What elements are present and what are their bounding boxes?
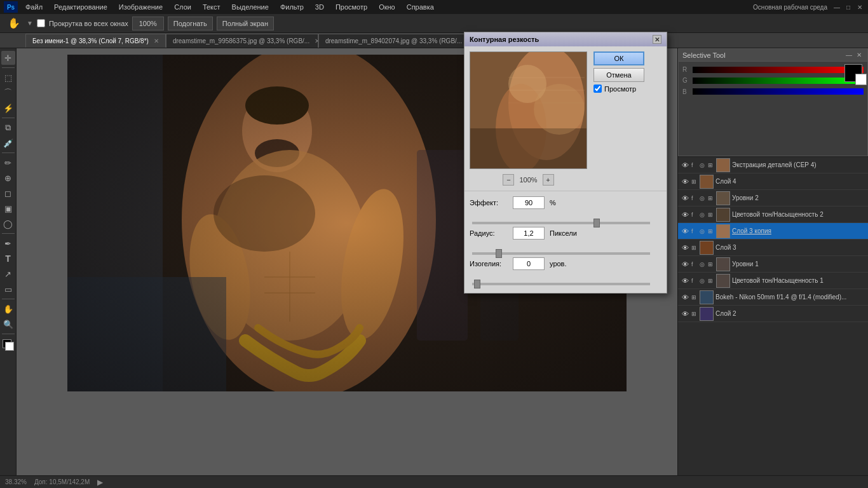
threshold-input[interactable] (513, 257, 545, 270)
marquee-tool[interactable]: ⬚ (1, 71, 15, 85)
tab-3[interactable]: dreamstime_m_89402074.jpg @ 33,3% (RGB/.… (318, 34, 471, 48)
effect-slider-container (470, 215, 661, 227)
scroll-all-checkbox[interactable] (37, 19, 45, 27)
layer-eye-icon[interactable]: 👁 (681, 161, 689, 170)
selective-tool-minimize[interactable]: — (844, 51, 853, 60)
move-tool[interactable]: ✛ (1, 51, 15, 65)
preview-zoom-out-button[interactable]: − (503, 174, 514, 186)
eraser-tool[interactable]: ◻ (1, 186, 15, 200)
layer-row[interactable]: 👁⊞Слой 2 (678, 306, 868, 322)
unsharp-close-button[interactable]: ✕ (653, 35, 661, 44)
menu-view[interactable]: Просмотр (333, 2, 370, 12)
text-tool[interactable]: T (1, 252, 15, 266)
status-arrow[interactable]: ▶ (97, 478, 103, 487)
background-swatch[interactable] (855, 74, 867, 85)
layer-eye-icon[interactable]: 👁 (681, 243, 689, 252)
unsharp-title-bar[interactable]: Контурная резкость ✕ (465, 32, 667, 46)
layer-row[interactable]: 👁f◎⊞Экстракция деталей (СЕР 4) (678, 157, 868, 173)
menu-layers[interactable]: Слои (172, 2, 194, 12)
hand-tool[interactable]: ✋ (1, 302, 15, 316)
quick-select-tool[interactable]: ⚡ (1, 101, 15, 115)
preview-checkbox[interactable] (593, 85, 602, 93)
gradient-tool[interactable]: ▣ (1, 201, 15, 215)
fit-button[interactable]: Подогнать (168, 17, 213, 30)
unsharp-cancel-button[interactable]: Отмена (593, 68, 644, 82)
preview-zoom-in-button[interactable]: + (543, 174, 554, 186)
layer-eye-icon[interactable]: 👁 (681, 194, 689, 203)
crop-tool[interactable]: ⧉ (1, 121, 15, 135)
menu-image[interactable]: Изображение (116, 2, 165, 12)
pen-tool[interactable]: ✒ (1, 236, 15, 250)
menu-help[interactable]: Справка (404, 2, 437, 12)
layer-thumbnail (716, 274, 730, 288)
dodge-tool[interactable]: ◯ (1, 217, 15, 231)
layer-row[interactable]: 👁f◎⊞Слой 3 копия (678, 223, 868, 240)
clone-tool[interactable]: ⊕ (1, 171, 15, 185)
hand-icon[interactable]: ✋ (5, 17, 23, 29)
layer-row[interactable]: 👁f◎⊞Уровни 1 (678, 256, 868, 273)
menu-filter[interactable]: Фильтр (278, 2, 306, 12)
layer-row[interactable]: 👁f◎⊞Цветовой тон/Насыщенность 2 (678, 207, 868, 223)
maximize-button[interactable]: □ (844, 3, 853, 11)
layer-row[interactable]: 👁f◎⊞Уровни 2 (678, 190, 868, 207)
g-bar (693, 78, 864, 84)
unsharp-title-label: Контурная резкость (470, 36, 539, 43)
layer-thumbnail (716, 158, 730, 172)
layer-eye-icon[interactable]: 👁 (681, 227, 689, 236)
layer-eye-icon[interactable]: 👁 (681, 309, 689, 318)
color-swatch[interactable] (3, 339, 14, 351)
brush-tool[interactable]: ✏ (1, 156, 15, 170)
threshold-slider-thumb[interactable] (474, 280, 480, 288)
radius-slider-thumb[interactable] (496, 249, 502, 258)
tab-1[interactable]: Без имени-1 @ 38,3% (Слой 7, RGB/8*) ✕ (25, 34, 166, 48)
layer-thumbnail (700, 175, 714, 189)
background-color[interactable] (5, 342, 14, 351)
path-select-tool[interactable]: ↗ (1, 267, 15, 281)
menu-window[interactable]: Окно (376, 2, 398, 12)
tab-1-close[interactable]: ✕ (154, 37, 159, 44)
zoom-input[interactable] (132, 17, 164, 30)
layer-row[interactable]: 👁⊞Слой 3 (678, 240, 868, 256)
tab-3-label: dreamstime_m_89402074.jpg @ 33,3% (RGB/.… (325, 37, 462, 44)
r-channel-row: R (682, 64, 864, 75)
radius-input[interactable] (513, 227, 545, 240)
effect-slider-thumb[interactable] (593, 219, 600, 227)
layer-eye-icon[interactable]: 👁 (681, 293, 689, 302)
lasso-tool[interactable]: ⌒ (1, 86, 15, 100)
menu-select[interactable]: Выделение (229, 2, 271, 12)
svg-rect-20 (470, 128, 587, 169)
unsharp-preview-area[interactable] (470, 51, 587, 169)
shape-tool[interactable]: ▭ (1, 282, 15, 296)
layer-eye-icon[interactable]: 👁 (681, 276, 689, 285)
fullscreen-button[interactable]: Полный экран (217, 17, 274, 30)
radius-label: Радиус: (470, 229, 508, 237)
b-channel-row: B (682, 86, 864, 97)
selective-tool-header: Selective Tool — ✕ (679, 49, 867, 62)
eyedropper-tool[interactable]: 💉 (1, 136, 15, 150)
menu-text[interactable]: Текст (200, 2, 223, 12)
layer-eye-icon[interactable]: 👁 (681, 260, 689, 269)
layer-link-icon: ◎ (700, 212, 706, 218)
menu-edit[interactable]: Редактирование (51, 2, 110, 12)
menu-3d[interactable]: 3D (313, 2, 327, 12)
selective-tool-close[interactable]: ✕ (855, 51, 864, 60)
foreground-swatch[interactable] (844, 64, 862, 82)
menu-file[interactable]: Файл (23, 2, 45, 12)
tab-2[interactable]: dreamstime_m_99586375.jpg @ 33,3% (RGB/.… (166, 34, 318, 48)
unsharp-ok-button[interactable]: ОК (593, 51, 644, 65)
effect-label: Эффект: (470, 199, 508, 207)
layer-eye-icon[interactable]: 👁 (681, 177, 689, 186)
layer-row[interactable]: 👁⊞Bokeh - Nikon 50mm f/1.4 @ f/1.4 (modi… (678, 289, 868, 306)
layer-row[interactable]: 👁⊞Слой 4 (678, 173, 868, 190)
close-button[interactable]: ✕ (855, 3, 864, 11)
ps-logo: Ps (4, 1, 18, 13)
layer-row[interactable]: 👁f◎⊞Цветовой тон/Насыщенность 1 (678, 273, 868, 289)
radius-slider-track (472, 252, 650, 255)
layer-eye-icon[interactable]: 👁 (681, 210, 689, 219)
effect-input[interactable] (513, 196, 545, 209)
unsharp-control-buttons: ОК Отмена Просмотр (593, 51, 661, 186)
tab-1-label: Без имени-1 @ 38,3% (Слой 7, RGB/8*) (32, 37, 149, 44)
minimize-button[interactable]: — (832, 3, 841, 11)
layer-thumbnail (700, 241, 714, 255)
zoom-tool[interactable]: 🔍 (1, 317, 15, 331)
